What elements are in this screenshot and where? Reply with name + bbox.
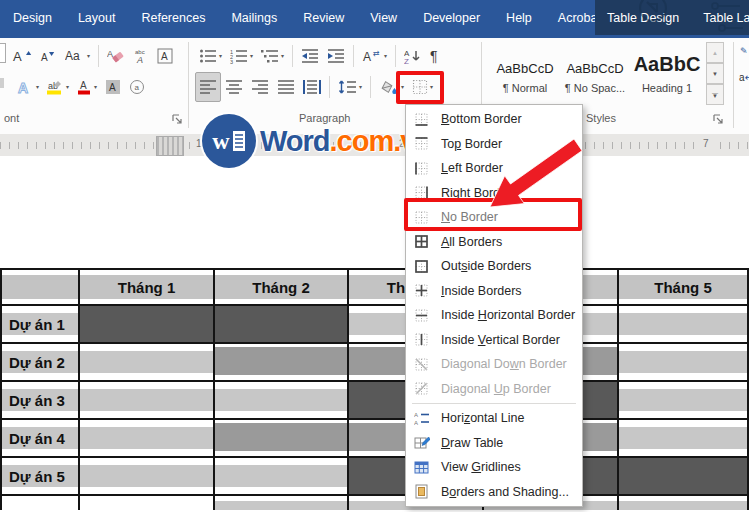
menu-item-label: No Border [441, 210, 498, 224]
table-header-cell[interactable]: Tháng 1 [80, 270, 215, 304]
style-name: Heading 1 [634, 82, 700, 94]
menu-item-no-border[interactable]: No Border [406, 205, 582, 230]
table-cell[interactable] [0, 496, 80, 510]
character-border-button[interactable]: A [153, 41, 177, 71]
table-cell[interactable] [80, 496, 215, 510]
show-marks-button[interactable]: ¶ [425, 41, 445, 71]
menu-item-right-border[interactable]: Right Border [406, 181, 582, 206]
table-cell[interactable] [80, 420, 215, 456]
table-cell[interactable] [619, 420, 749, 456]
menu-item-outside-borders[interactable]: Outside Borders [406, 254, 582, 279]
table-cell[interactable] [619, 344, 749, 380]
menu-item-inside-vertical-border[interactable]: Inside Vertical Border [406, 328, 582, 353]
ruler-indent-block[interactable] [156, 136, 184, 156]
table-cell[interactable] [619, 496, 749, 510]
table-cell[interactable] [80, 458, 215, 494]
paragraph-group-label: Paragraph [299, 112, 350, 124]
font-dialog-launcher-icon[interactable] [172, 114, 183, 125]
table-row-label-cell[interactable]: Dự án 3 [0, 382, 80, 418]
tab-developer[interactable]: Developer [410, 0, 493, 35]
menu-item-top-border[interactable]: Top Border [406, 132, 582, 157]
menu-item-view-gridlines[interactable]: View Gridlines [406, 455, 582, 480]
tab-view[interactable]: View [357, 0, 410, 35]
text-effects-button[interactable]: A▾ [12, 72, 43, 102]
table-corner-cell[interactable] [0, 270, 80, 304]
phonetic-guide-button[interactable]: abcA [129, 41, 153, 71]
table-cell[interactable] [215, 344, 349, 380]
chevron-down-icon: ▾ [401, 84, 404, 90]
style-normal[interactable]: AaBbCcD¶ Normal [492, 42, 558, 94]
menu-item-inside-borders[interactable]: Inside Borders [406, 279, 582, 304]
column-header-label: Tháng 5 [619, 279, 747, 296]
styles-more-button[interactable]: —▼ [706, 84, 724, 105]
table-row-label-cell[interactable]: Dự án 5 [0, 458, 80, 494]
table-cell[interactable] [619, 382, 749, 418]
table-cell[interactable] [80, 382, 215, 418]
tab-review[interactable]: Review [290, 0, 357, 35]
table-row-label-cell[interactable]: Dự án 2 [0, 344, 80, 380]
style-no-spac[interactable]: AaBbCcD¶ No Spac... [562, 42, 628, 94]
row-label: Dự án 4 [2, 430, 65, 447]
enclose-characters-button[interactable]: a [125, 72, 149, 102]
distribute-button[interactable] [299, 72, 325, 102]
chevron-down-icon: ▾ [36, 84, 39, 90]
table-header-cell[interactable]: Tháng 5 [619, 270, 749, 304]
line-spacing-button[interactable]: ▾ [334, 72, 366, 102]
shading-button[interactable]: ▾ [375, 72, 408, 102]
justify-button[interactable] [273, 72, 299, 102]
shrink-font-button[interactable]: A [36, 41, 61, 71]
align-center-button[interactable] [221, 72, 247, 102]
style-heading-1[interactable]: AaBbCHeading 1 [634, 42, 700, 94]
column-header-label: Tháng 1 [80, 279, 213, 296]
style-name: ¶ No Spac... [562, 82, 628, 94]
table-cell[interactable] [619, 306, 749, 342]
menu-item-all-borders[interactable]: All Borders [406, 230, 582, 255]
character-shading-button[interactable]: A [101, 72, 125, 102]
change-case-button[interactable]: Aa▾ [61, 41, 94, 71]
table-cell[interactable] [215, 420, 349, 456]
tab-design[interactable]: Design [0, 0, 65, 35]
table-cell[interactable] [215, 306, 349, 342]
styles-scroll-up-button[interactable]: ▲ [706, 42, 724, 63]
table-cell[interactable] [619, 458, 749, 494]
table-header-cell[interactable]: Tháng 2 [215, 270, 349, 304]
align-left-button[interactable] [195, 72, 221, 102]
text-highlight-button[interactable]: ab▾ [43, 72, 73, 102]
styles-dialog-launcher-icon[interactable] [713, 114, 724, 125]
table-cell[interactable] [215, 382, 349, 418]
increase-indent-button[interactable] [323, 41, 349, 71]
styles-scroll-down-button[interactable]: ▼ [706, 63, 724, 84]
table-cell[interactable] [215, 496, 349, 510]
borders-button[interactable]: ▾ [408, 72, 437, 102]
clear-formatting-button[interactable]: A [103, 41, 129, 71]
menu-item-bottom-border[interactable]: Bottom Border [406, 107, 582, 132]
asian-layout-button[interactable]: A⇄▾ [358, 41, 391, 71]
menu-item-label: Draw Table [441, 436, 503, 450]
menu-item-left-border[interactable]: Left Border [406, 156, 582, 181]
tab-layout[interactable]: Layout [65, 0, 129, 35]
numbering-button[interactable]: 123▾ [226, 41, 257, 71]
decrease-indent-button[interactable] [297, 41, 323, 71]
table-cell[interactable] [80, 306, 215, 342]
menu-item-borders-and-shading[interactable]: Borders and Shading... [406, 480, 582, 505]
menu-item-horizontal-line[interactable]: AAHorizontal Line [406, 406, 582, 431]
tab-table-design[interactable]: Table Design [595, 0, 691, 35]
style-preview: AaBbCcD [562, 42, 628, 76]
tab-table-lay[interactable]: Table Lay [691, 0, 749, 35]
menu-item-draw-table[interactable]: Draw Table [406, 431, 582, 456]
table-cell[interactable] [215, 458, 349, 494]
tab-references[interactable]: References [128, 0, 218, 35]
sort-button[interactable]: AZ [400, 41, 425, 71]
tab-mailings[interactable]: Mailings [218, 0, 290, 35]
table-row-label-cell[interactable]: Dự án 4 [0, 420, 80, 456]
bullets-button[interactable]: ▾ [195, 41, 226, 71]
grow-font-button[interactable]: A [8, 41, 36, 71]
table-row-label-cell[interactable]: Dự án 1 [0, 306, 80, 342]
table-cell[interactable] [80, 344, 215, 380]
font-color-button[interactable]: A▾ [73, 72, 101, 102]
tab-help[interactable]: Help [493, 0, 545, 35]
menu-item-inside-horizontal-border[interactable]: Inside Horizontal Border [406, 303, 582, 328]
multilevel-list-button[interactable]: ▾ [257, 41, 288, 71]
horizontal-ruler[interactable]: 127 [0, 134, 749, 156]
align-right-button[interactable] [247, 72, 273, 102]
